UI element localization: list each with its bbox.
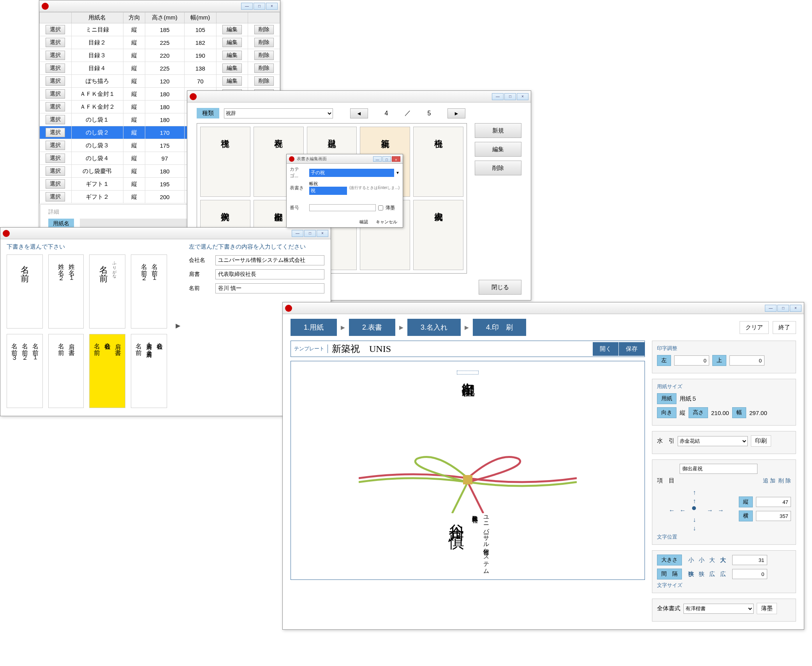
step-2-button[interactable]: 2.表書 xyxy=(349,319,395,336)
edit-button[interactable]: 編集 xyxy=(222,38,242,47)
category-value[interactable]: 子の祝 xyxy=(309,169,394,177)
name-template-card[interactable]: 肩 書名 前 xyxy=(48,334,84,408)
arrow-down-far-icon[interactable]: ↓ xyxy=(693,525,696,532)
step-1-button[interactable]: 1.用紙 xyxy=(291,319,337,336)
omote-card[interactable]: 合格祝 xyxy=(413,127,463,197)
minimize-button[interactable]: — xyxy=(241,3,253,10)
minimize-button[interactable]: — xyxy=(765,305,777,312)
name-template-card[interactable]: 肩 書会社名名 前 xyxy=(89,334,125,408)
omote-opt2[interactable]: 祝 xyxy=(309,187,347,195)
select-button[interactable]: 選択 xyxy=(46,89,65,99)
select-button[interactable]: 選択 xyxy=(46,25,65,34)
close-button[interactable]: × xyxy=(517,93,528,100)
maximize-button[interactable]: □ xyxy=(504,93,516,100)
select-button[interactable]: 選択 xyxy=(46,115,65,124)
select-button[interactable]: 選択 xyxy=(46,51,65,60)
name-input[interactable] xyxy=(215,283,324,293)
left-input[interactable] xyxy=(674,355,709,366)
space-opt-narrow2[interactable]: 狭 xyxy=(699,571,705,577)
delete-button[interactable]: 削除 xyxy=(254,25,274,34)
table-row[interactable]: 選択目録３縦220190編集削除 xyxy=(40,49,280,62)
minimize-button[interactable]: — xyxy=(292,230,303,237)
name-template-card[interactable]: 名 前 xyxy=(7,254,43,329)
omote-card[interactable]: 古稀祝 xyxy=(200,127,250,197)
page-prev-button[interactable]: ◄ xyxy=(350,108,368,118)
clear-button[interactable]: クリア xyxy=(740,321,769,334)
select-button[interactable]: 選択 xyxy=(46,141,65,150)
maximize-button[interactable]: □ xyxy=(777,305,789,312)
delete-button[interactable]: 削除 xyxy=(254,51,274,60)
open-button[interactable]: 開く xyxy=(593,342,618,356)
titlebar[interactable]: — □ × xyxy=(283,302,804,314)
size-opt-small2[interactable]: 小 xyxy=(699,556,705,563)
select-button[interactable]: 選択 xyxy=(46,64,65,73)
edit-button[interactable]: 編集 xyxy=(475,142,521,157)
center-dot-icon[interactable] xyxy=(692,506,696,510)
delete-button[interactable]: 削除 xyxy=(254,64,274,73)
maximize-button[interactable]: □ xyxy=(254,3,265,10)
dialog-titlebar[interactable]: 表書き編集画面 — □ × xyxy=(287,154,403,164)
select-button[interactable]: 選択 xyxy=(46,102,65,111)
company-input[interactable] xyxy=(215,255,324,265)
arrow-down-icon[interactable]: ↓ xyxy=(693,516,696,523)
exit-button[interactable]: 終了 xyxy=(773,321,796,334)
top-input[interactable] xyxy=(729,355,764,366)
titlebar[interactable]: — □ × xyxy=(187,91,531,102)
name-template-card[interactable]: 姓 名 １姓 名 ２ xyxy=(48,254,84,329)
space-opt-wide1[interactable]: 広 xyxy=(709,571,715,577)
titlebar[interactable]: — □ × xyxy=(39,0,280,12)
select-button[interactable]: 選択 xyxy=(46,76,65,86)
select-button[interactable]: 選択 xyxy=(46,166,65,176)
table-row[interactable]: 選択目録２縦225182編集削除 xyxy=(40,36,280,49)
table-row[interactable]: 選択目録４縦225138編集削除 xyxy=(40,62,280,75)
delete-button[interactable]: 削除 xyxy=(475,161,521,175)
add-button[interactable]: 追 加 xyxy=(763,477,775,484)
title-input[interactable] xyxy=(215,269,324,279)
size-opt-large2[interactable]: 大 xyxy=(720,556,726,563)
close-button[interactable]: × xyxy=(790,305,801,312)
size-input[interactable] xyxy=(732,555,767,565)
delete-button[interactable]: 削除 xyxy=(254,38,274,47)
page-next-button[interactable]: ► xyxy=(447,108,465,118)
minimize-button[interactable]: — xyxy=(492,93,504,100)
size-opt-large1[interactable]: 大 xyxy=(709,556,715,563)
type-select[interactable]: 祝辞 xyxy=(224,108,333,118)
arrow-left-icon[interactable]: ← xyxy=(680,507,686,514)
print-button[interactable]: 印刷 xyxy=(751,435,771,447)
arrow-right-icon[interactable]: → xyxy=(707,507,713,514)
edit-button[interactable]: 編集 xyxy=(222,76,242,86)
maximize-button[interactable]: □ xyxy=(382,156,391,162)
space-opt-narrow1[interactable]: 狭 xyxy=(688,571,694,577)
thin-ink-checkbox[interactable] xyxy=(378,205,383,210)
edit-button[interactable]: 編集 xyxy=(222,51,242,60)
name-template-card[interactable]: ふりがな名 前 xyxy=(89,254,125,329)
name-template-card[interactable]: 名 前 １名 前 ２ xyxy=(131,254,167,329)
arrow-right-far-icon[interactable]: → xyxy=(718,507,724,514)
edit-button[interactable]: 編集 xyxy=(222,25,242,34)
close-button[interactable]: × xyxy=(317,230,328,237)
arrow-left-far-icon[interactable]: ← xyxy=(669,507,675,514)
noshi-names[interactable]: ユニバーサル情報システム株式会社 代表取締役 社長 谷川 慎一 xyxy=(446,511,490,571)
space-input[interactable] xyxy=(732,569,767,579)
select-button[interactable]: 選択 xyxy=(46,179,65,189)
select-button[interactable]: 選択 xyxy=(46,128,65,137)
number-input[interactable] xyxy=(309,204,376,211)
v-input[interactable] xyxy=(756,497,791,507)
edit-button[interactable]: 編集 xyxy=(222,64,242,73)
minimize-button[interactable]: — xyxy=(373,156,382,162)
close-button[interactable]: × xyxy=(392,156,400,162)
arrow-up-far-icon[interactable]: ↑ xyxy=(693,489,696,496)
maximize-button[interactable]: □ xyxy=(304,230,316,237)
close-button-bottom[interactable]: 閉じる xyxy=(479,280,521,295)
select-button[interactable]: 選択 xyxy=(46,154,65,163)
item-input[interactable] xyxy=(680,464,757,474)
close-button[interactable]: × xyxy=(266,3,278,10)
noshi-title[interactable]: 御出産祝 xyxy=(457,371,479,375)
mizuhiki-select[interactable]: 赤金花結 xyxy=(678,436,748,446)
table-row[interactable]: 選択ぽち描ろ縦12070編集削除 xyxy=(40,75,280,88)
omote-card[interactable]: 祝御成人 xyxy=(413,200,463,270)
select-button[interactable]: 選択 xyxy=(46,38,65,47)
space-opt-wide2[interactable]: 広 xyxy=(720,571,726,577)
save-button[interactable]: 保存 xyxy=(618,342,645,356)
h-input[interactable] xyxy=(756,511,791,521)
